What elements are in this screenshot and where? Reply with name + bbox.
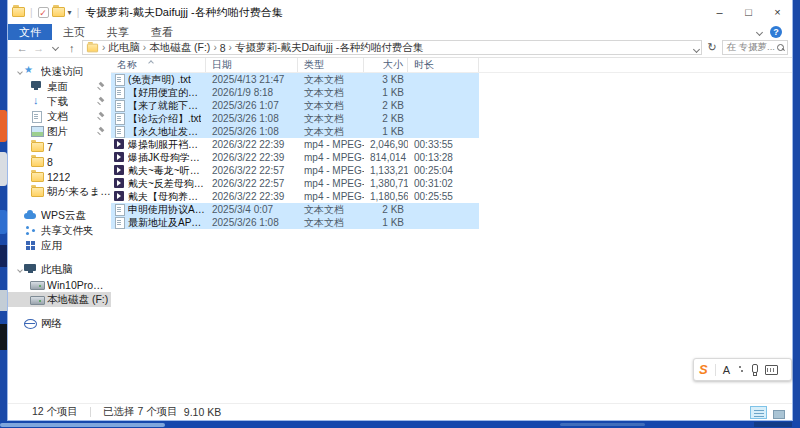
details-view-button[interactable] xyxy=(750,406,767,419)
sidebar-item-label: 共享文件夹 xyxy=(41,224,94,238)
file-name: 戴夫~毒龙~听话小... xyxy=(128,164,206,178)
sidebar-item[interactable]: 本地磁盘 (F:) xyxy=(8,292,111,307)
sidebar-item[interactable]: 8 xyxy=(8,154,111,169)
sidebar-item[interactable]: 共享文件夹 xyxy=(8,223,111,238)
file-date: 2025/4/13 21:47 xyxy=(206,74,298,85)
qat-customize-caret-icon[interactable]: ▾ xyxy=(68,8,72,17)
folder-icon xyxy=(30,171,43,182)
sidebar-item[interactable]: 下载 xyxy=(8,94,111,109)
breadcrumb-current-folder[interactable]: 专摄萝莉-戴夫Daifujjj -各种约啪付费合集 xyxy=(235,41,423,55)
properties-check-icon[interactable]: ✓ xyxy=(38,7,49,18)
file-row[interactable]: 爆操制服开裆黑丝... 2026/3/22 22:39 mp4 - MPEG-4… xyxy=(111,138,479,151)
sidebar-item[interactable]: 网络 xyxy=(8,316,111,331)
pin-icon xyxy=(97,112,106,121)
file-name: 【论坛介绍】.txt xyxy=(128,112,201,126)
text-file-icon xyxy=(113,113,125,124)
sidebar-item[interactable]: 此电脑 xyxy=(8,262,111,277)
new-folder-icon[interactable] xyxy=(52,7,65,17)
file-row[interactable]: 申明使用协议Affir... 2025/3/4 0:07 文本文档 2 KB xyxy=(111,203,479,216)
sidebar-item-label: 1212 xyxy=(47,171,70,183)
column-header-duration[interactable]: 时长 xyxy=(408,58,479,72)
file-duration: 00:33:55 xyxy=(408,139,479,150)
maximize-button[interactable]: □ xyxy=(734,0,763,24)
ime-language-icon[interactable]: A xyxy=(723,364,730,376)
tab-home[interactable]: 主页 xyxy=(52,24,96,40)
document-icon xyxy=(30,111,43,122)
file-name: 爆操制服开裆黑丝... xyxy=(128,138,206,152)
up-button[interactable]: ↑ xyxy=(65,42,77,54)
keyboard-icon[interactable] xyxy=(765,365,778,375)
crumb-separator: › xyxy=(102,42,105,53)
sogou-logo-icon[interactable]: S xyxy=(699,362,708,377)
pin-icon xyxy=(97,127,106,136)
microphone-icon[interactable] xyxy=(750,364,758,376)
recent-locations-icon[interactable] xyxy=(49,45,61,50)
pin-icon xyxy=(97,97,106,106)
file-row[interactable]: 【论坛介绍】.txt 2025/3/26 1:08 文本文档 2 KB xyxy=(111,112,479,125)
sidebar-item[interactable]: Win10ProW X64 (C:) xyxy=(8,277,111,292)
sidebar-item[interactable]: 快速访问 xyxy=(8,64,111,79)
forward-button[interactable]: → xyxy=(32,42,44,54)
sidebar-item[interactable]: 应用 xyxy=(8,238,111,253)
expander-icon[interactable] xyxy=(16,70,24,74)
close-button[interactable]: × xyxy=(763,0,792,24)
tab-view[interactable]: 查看 xyxy=(140,24,184,40)
divider xyxy=(90,407,91,417)
file-row[interactable]: (免责声明) .txt 2025/4/13 21:47 文本文档 3 KB xyxy=(111,73,479,86)
breadcrumb-drive-f[interactable]: 本地磁盘 (F:) xyxy=(149,41,210,55)
file-row[interactable]: 戴夫~反差母狗~主... 2026/3/22 22:57 mp4 - MPEG-… xyxy=(111,177,479,190)
file-row[interactable]: 最新地址及APP请... 2025/3/26 1:08 文本文档 1 KB xyxy=(111,216,479,229)
file-row[interactable]: 戴夫~毒龙~听话小... 2026/3/22 22:57 mp4 - MPEG-… xyxy=(111,164,479,177)
sidebar-item[interactable]: 桌面 xyxy=(8,79,111,94)
breadcrumb-folder-8[interactable]: 8 xyxy=(220,42,226,54)
sidebar-item[interactable]: 1212 xyxy=(8,169,111,184)
sidebar-item[interactable]: 图片 xyxy=(8,124,111,139)
file-type: mp4 - MPEG-4 ... xyxy=(298,152,364,163)
sidebar-item-label: 下载 xyxy=(47,95,68,109)
address-dropdown-icon[interactable] xyxy=(694,42,699,54)
titlebar: | ✓ ▾ | 专摄萝莉-戴夫Daifujjj -各种约啪付费合集 – □ × xyxy=(8,0,792,24)
taskbar-segment xyxy=(754,422,792,427)
text-file-icon xyxy=(113,217,125,228)
file-row[interactable]: 【永久地址发布页... 2025/3/26 1:08 文本文档 1 KB xyxy=(111,125,479,138)
file-row[interactable]: 【好用便宜的梯子... 2026/1/9 8:18 文本文档 1 KB xyxy=(111,86,479,99)
breadcrumb[interactable]: › 此电脑 › 本地磁盘 (F:) › 8 › 专摄萝莉-戴夫Daifujjj … xyxy=(82,40,702,55)
divider xyxy=(715,364,716,376)
file-duration: 00:25:04 xyxy=(408,165,479,176)
refresh-icon[interactable]: ↻ xyxy=(706,41,718,54)
desktop-icon-fragment xyxy=(0,210,7,234)
address-folder-icon xyxy=(87,43,98,52)
tab-share[interactable]: 共享 xyxy=(96,24,140,40)
expand-ribbon-icon[interactable] xyxy=(756,28,763,35)
file-size: 1,380,712... xyxy=(364,177,408,190)
desktop-icon-fragment xyxy=(0,110,7,142)
desktop-icon-fragment xyxy=(0,245,7,267)
column-header-date[interactable]: 日期 xyxy=(206,58,298,72)
breadcrumb-this-pc[interactable]: 此电脑 xyxy=(108,41,140,55)
column-header-name[interactable]: 名称 xyxy=(111,58,206,72)
crumb-separator: › xyxy=(213,42,216,53)
sidebar-item[interactable]: 朝が来るまで。 xyxy=(8,184,111,199)
video-file-icon xyxy=(113,178,125,189)
file-row[interactable]: 戴夫【母狗养成Vlo... 2026/3/22 22:39 mp4 - MPEG… xyxy=(111,190,479,203)
tab-file[interactable]: 文件 xyxy=(8,24,52,40)
ime-menu-dots-icon[interactable] xyxy=(737,365,743,375)
back-button[interactable]: ← xyxy=(16,42,28,54)
search-input[interactable]: 在 专摄萝... xyxy=(722,40,788,55)
sidebar-item[interactable]: WPS云盘 xyxy=(8,208,111,223)
file-row[interactable]: 爆插JK母狗学妹高... 2026/3/22 22:39 mp4 - MPEG-… xyxy=(111,151,479,164)
column-header-size[interactable]: 大小 xyxy=(364,58,408,72)
file-size: 2 KB xyxy=(364,203,408,216)
sort-ascending-icon xyxy=(149,58,153,67)
file-size: 814,014 KB xyxy=(364,151,408,164)
minimize-button[interactable]: – xyxy=(705,0,734,24)
expander-icon[interactable] xyxy=(16,268,24,272)
column-header-type[interactable]: 类型 xyxy=(298,58,364,72)
sidebar-item[interactable]: 7 xyxy=(8,139,111,154)
sidebar-item[interactable]: 文档 xyxy=(8,109,111,124)
help-icon[interactable]: ? xyxy=(770,26,782,38)
file-type: mp4 - MPEG-4 ... xyxy=(298,139,364,150)
sidebar-item-label: 文档 xyxy=(47,110,68,124)
thumbnail-view-button[interactable] xyxy=(769,406,786,419)
file-row[interactable]: 【来了就能下载和... 2025/3/26 1:07 文本文档 2 KB xyxy=(111,99,479,112)
